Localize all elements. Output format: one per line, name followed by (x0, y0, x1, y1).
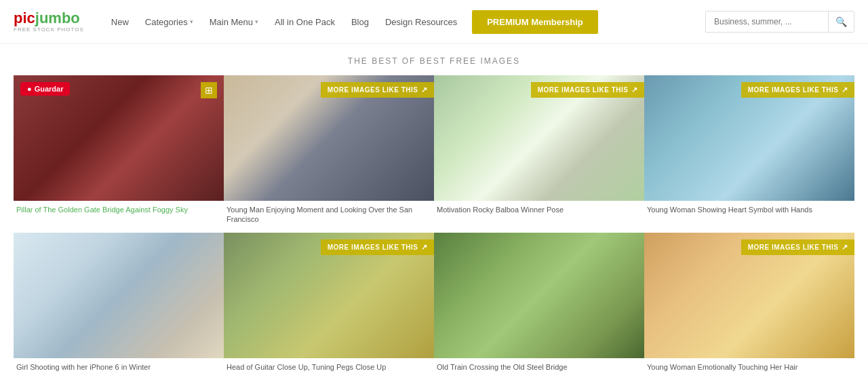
image-caption-2: Young Man Enjoying Moment and Looking Ov… (224, 201, 434, 233)
image-cell-3[interactable]: MORE IMAGES LIKE THIS↗Motivation Rocky B… (434, 75, 644, 233)
image-cell-4[interactable]: MORE IMAGES LIKE THIS↗Young Woman Showin… (644, 75, 854, 233)
image-cell-2[interactable]: MORE IMAGES LIKE THIS↗Young Man Enjoying… (224, 75, 434, 233)
more-images-badge-4[interactable]: MORE IMAGES LIKE THIS↗ (741, 82, 854, 98)
image-grid: ● Guardar⊞MORE IMAGES LIKE THIS↗Pillar o… (0, 75, 868, 380)
image-cell-7[interactable]: MORE IMAGES LIKE THIS↗Old Train Crossing… (434, 233, 644, 380)
external-link-icon: ↗ (211, 243, 218, 252)
badge-text-2: MORE IMAGES LIKE THIS (328, 86, 418, 94)
image-caption-1: Pillar of The Golden Gate Bridge Against… (14, 201, 224, 223)
main-nav: New Categories ▾ Main Menu ▾ All in One … (104, 10, 705, 34)
external-link-icon: ↗ (631, 243, 638, 252)
logo-sub: FREE STOCK PHOTOS (14, 27, 84, 33)
badge-text-6: MORE IMAGES LIKE THIS (328, 244, 418, 251)
pinterest-icon: ● (27, 85, 32, 93)
logo[interactable]: picjumbo FREE STOCK PHOTOS (14, 11, 84, 33)
categories-arrow-icon: ▾ (190, 18, 193, 25)
more-images-badge-6[interactable]: MORE IMAGES LIKE THIS↗ (321, 239, 434, 255)
search-button[interactable]: 🔍 (828, 12, 854, 32)
section-title: THE BEST OF BEST FREE IMAGES (0, 44, 868, 75)
more-images-badge-8[interactable]: MORE IMAGES LIKE THIS↗ (741, 239, 854, 255)
nav-new[interactable]: New (104, 13, 136, 31)
external-link-icon: ↗ (421, 243, 428, 252)
image-caption-8: Young Woman Emotionally Touching Her Hai… (644, 358, 854, 380)
external-link-icon: ↗ (211, 85, 218, 94)
external-link-icon: ↗ (421, 85, 428, 94)
pinterest-button[interactable]: ● Guardar (20, 82, 70, 96)
nav-main-menu[interactable]: Main Menu ▾ (203, 13, 265, 31)
search-area: 🔍 (705, 11, 854, 33)
nav-blog[interactable]: Blog (344, 13, 376, 31)
badge-text-7: MORE IMAGES LIKE THIS (538, 244, 629, 251)
image-caption-4: Young Woman Showing Heart Symbol with Ha… (644, 201, 854, 223)
logo-text: picjumbo (14, 11, 84, 26)
badge-text-5: MORE IMAGES LIKE THIS (117, 244, 208, 251)
external-link-icon: ↗ (842, 243, 848, 252)
nav-categories[interactable]: Categories ▾ (138, 13, 200, 31)
external-link-icon: ↗ (842, 85, 848, 94)
image-cell-5[interactable]: MORE IMAGES LIKE THIS↗Girl Shooting with… (14, 233, 224, 380)
logo-jumbo: jumbo (35, 9, 80, 26)
search-input[interactable] (706, 12, 828, 31)
image-caption-5: Girl Shooting with her iPhone 6 in Winte… (14, 358, 224, 380)
image-cell-6[interactable]: MORE IMAGES LIKE THIS↗Head of Guitar Clo… (224, 233, 434, 380)
image-cell-8[interactable]: MORE IMAGES LIKE THIS↗Young Woman Emotio… (644, 233, 854, 380)
badge-text-8: MORE IMAGES LIKE THIS (748, 244, 839, 251)
header: picjumbo FREE STOCK PHOTOS New Categorie… (0, 0, 868, 44)
nav-design-resources[interactable]: Design Resources (378, 13, 464, 31)
main-menu-arrow-icon: ▾ (255, 18, 258, 25)
badge-text-1: MORE IMAGES LIKE THIS (117, 86, 208, 94)
image-caption-7: Old Train Crossing the Old Steel Bridge (434, 358, 644, 380)
premium-membership-button[interactable]: PREMIUM Membership (472, 10, 598, 34)
nav-all-in-one-pack[interactable]: All in One Pack (268, 13, 342, 31)
image-cell-1[interactable]: ● Guardar⊞MORE IMAGES LIKE THIS↗Pillar o… (14, 75, 224, 233)
image-caption-6: Head of Guitar Close Up, Tuning Pegs Clo… (224, 358, 434, 380)
search-icon: 🔍 (835, 16, 847, 27)
external-link-icon: ↗ (631, 85, 638, 94)
badge-text-4: MORE IMAGES LIKE THIS (748, 86, 839, 94)
logo-pic: pic (14, 9, 35, 26)
more-images-badge-2[interactable]: MORE IMAGES LIKE THIS↗ (321, 82, 434, 98)
image-caption-3: Motivation Rocky Balboa Winner Pose (434, 201, 644, 223)
badge-text-3: MORE IMAGES LIKE THIS (538, 86, 629, 94)
more-images-badge-3[interactable]: MORE IMAGES LIKE THIS↗ (531, 82, 644, 98)
